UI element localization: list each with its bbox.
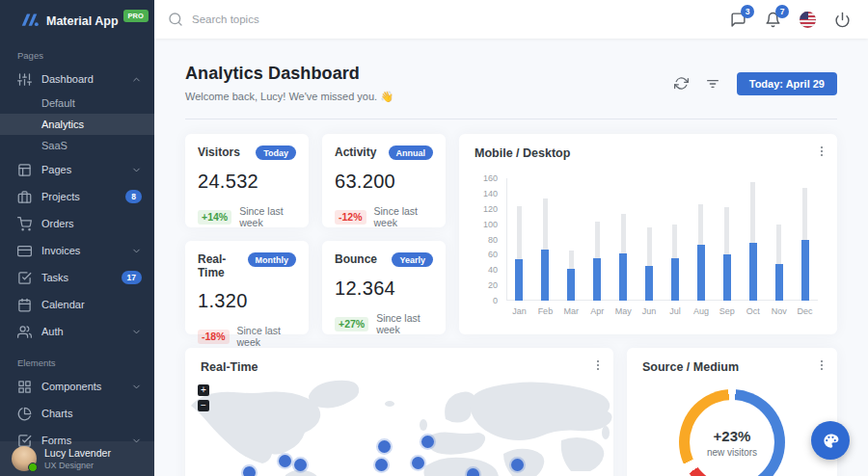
sidebar-item-charts[interactable]: Charts xyxy=(0,400,154,427)
sign-out-button[interactable] xyxy=(834,12,851,28)
mobile-bar xyxy=(593,258,601,301)
sidebar-item-pages[interactable]: Pages xyxy=(0,156,154,183)
desktop-bar xyxy=(569,251,574,269)
more-options-icon[interactable] xyxy=(815,358,828,376)
app-logo-icon xyxy=(19,12,40,30)
bar-group xyxy=(532,178,558,301)
search-input[interactable] xyxy=(192,13,404,25)
map-visitor-dot xyxy=(511,459,524,471)
messages-button[interactable]: 3 xyxy=(730,12,746,28)
map-zoom-in-button[interactable]: + xyxy=(198,384,209,396)
more-options-icon[interactable] xyxy=(815,145,828,162)
stat-delta: -18% xyxy=(198,330,230,344)
language-flag-us-icon[interactable] xyxy=(800,12,816,28)
date-button[interactable]: Today: April 29 xyxy=(737,72,837,95)
mobile-bar xyxy=(541,250,549,301)
donut-center-sublabel: new visitors xyxy=(707,447,757,458)
theme-settings-button[interactable] xyxy=(811,421,850,460)
sidebar-subitem-default[interactable]: Default xyxy=(0,93,154,114)
sidebar-item-label: Pages xyxy=(41,164,71,175)
mobile-bar xyxy=(801,240,809,301)
user-name: Lucy Lavender xyxy=(44,447,111,459)
x-axis-tick: May xyxy=(610,306,637,316)
pro-badge: PRO xyxy=(123,10,149,22)
desktop-bar xyxy=(595,222,600,258)
y-axis-tick: 140 xyxy=(475,189,498,198)
filter-icon[interactable] xyxy=(705,76,720,92)
sidebar-item-components[interactable]: Components xyxy=(0,373,154,400)
sidebar-section-pages: Pages xyxy=(0,38,154,66)
donut-center-value: +23% xyxy=(714,428,751,444)
stat-period-badge: Annual xyxy=(389,145,434,160)
sidebar-item-label: Components xyxy=(41,381,101,392)
y-axis-tick: 80 xyxy=(475,235,498,245)
mobile-bar xyxy=(645,266,653,301)
mobile-bar xyxy=(749,243,757,301)
brand[interactable]: Material App PRO xyxy=(0,0,154,38)
page-subtitle: Welcome back, Lucy! We've missed you. 👋 xyxy=(185,91,393,103)
sidebar-subitem-analytics[interactable]: Analytics xyxy=(0,114,154,135)
mobile-bar xyxy=(515,259,523,301)
more-options-icon[interactable] xyxy=(591,358,605,376)
app-window: Material App PRO Pages Dashboard Default… xyxy=(0,0,868,476)
sidebar-user[interactable]: Lucy Lavender UX Designer xyxy=(0,441,154,476)
tasks-count-badge: 17 xyxy=(122,271,142,284)
stacked-bar-chart: 160140120100806040200JanFebMarAprMayJunJ… xyxy=(475,172,822,322)
sidebar-item-auth[interactable]: Auth xyxy=(0,318,154,345)
stat-caption: Since last week xyxy=(239,205,296,228)
stat-card-bounce: Bounce Yearly 12.364 +27% Since last wee… xyxy=(322,241,446,334)
sidebar-item-tasks[interactable]: Tasks 17 xyxy=(0,264,154,291)
desktop-bar xyxy=(543,198,548,249)
avatar xyxy=(12,446,37,471)
notifications-button[interactable]: 7 xyxy=(765,12,781,28)
sidebar-subitem-saas[interactable]: SaaS xyxy=(0,135,154,156)
mobile-bar xyxy=(775,264,783,301)
stat-card-visitors: Visitors Today 24.532 +14% Since last we… xyxy=(185,134,309,227)
sidebar-item-invoices[interactable]: Invoices xyxy=(0,237,154,264)
stat-caption: Since last week xyxy=(237,325,296,348)
map-visitor-dot xyxy=(375,459,388,471)
mobile-bar xyxy=(723,254,731,301)
map-zoom-out-button[interactable]: − xyxy=(198,400,209,411)
sidebar-item-label: Invoices xyxy=(41,245,80,256)
bar-group xyxy=(714,178,740,301)
x-axis-tick: Oct xyxy=(740,306,766,316)
sidebar-item-orders[interactable]: Orders xyxy=(0,210,154,237)
x-axis-tick: Dec xyxy=(792,306,818,316)
bar-group xyxy=(637,178,663,301)
stat-period-badge: Monthly xyxy=(248,252,297,267)
desktop-bar xyxy=(621,214,626,253)
x-axis-tick: Mar xyxy=(558,306,584,316)
y-axis-tick: 160 xyxy=(475,173,498,183)
chevron-down-icon xyxy=(131,165,142,175)
map-visitor-dot xyxy=(279,455,291,467)
donut-chart: +23% new visitors xyxy=(679,389,785,476)
briefcase-icon xyxy=(17,190,32,204)
desktop-bar xyxy=(776,225,781,263)
x-axis-tick: Jan xyxy=(506,306,532,316)
sidebar-item-dashboard[interactable]: Dashboard xyxy=(0,66,154,93)
stat-delta: +14% xyxy=(198,210,231,225)
stat-title: Visitors xyxy=(198,145,240,159)
mobile-bar xyxy=(619,253,627,301)
sidebar-item-label: Tasks xyxy=(41,272,68,283)
refresh-icon[interactable] xyxy=(674,76,689,91)
desktop-bar xyxy=(672,225,677,258)
y-axis-tick: 120 xyxy=(475,204,498,214)
subitem-label: Analytics xyxy=(41,119,84,130)
power-icon xyxy=(834,12,851,28)
x-axis-tick: Sep xyxy=(714,306,740,316)
sidebar-item-label: Orders xyxy=(41,218,74,229)
bar-group xyxy=(663,178,689,301)
bar-group xyxy=(688,178,714,301)
sidebar-item-calendar[interactable]: Calendar xyxy=(0,291,154,318)
stat-value: 12.364 xyxy=(335,278,433,300)
layout-icon xyxy=(17,163,32,177)
y-axis-tick: 100 xyxy=(475,220,498,229)
map-card-title: Real-Time xyxy=(201,360,598,374)
stat-value: 1.320 xyxy=(198,290,296,312)
sidebar-item-projects[interactable]: Projects 8 xyxy=(0,183,154,210)
stat-delta: -12% xyxy=(335,210,366,225)
x-axis-tick: Aug xyxy=(688,306,714,316)
x-axis-tick: Nov xyxy=(766,306,792,316)
